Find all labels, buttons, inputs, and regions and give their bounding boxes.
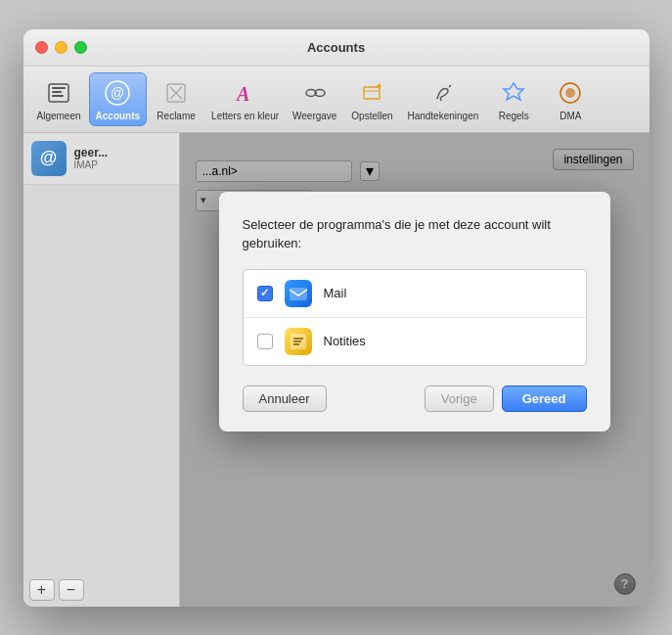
toolbar-label-handtekeningen: Handtekeningen	[407, 111, 478, 121]
toolbar-label-letters: Letters en kleur	[211, 111, 279, 121]
notes-app-name: Notities	[324, 334, 366, 348]
close-button[interactable]	[35, 41, 48, 54]
sidebar-footer: + −	[23, 573, 179, 607]
svg-point-17	[565, 88, 575, 98]
svg-rect-3	[52, 95, 64, 97]
toolbar-label-weergave: Weergave	[292, 111, 336, 121]
algemeen-icon	[43, 77, 74, 109]
modal-dialog: Selecteer de programma's die je met deze…	[219, 192, 610, 431]
main-content: @ geer... IMAP + − instellingen ▾	[23, 133, 650, 607]
checkbox-notities[interactable]	[257, 334, 273, 349]
main-window: Accounts Algemeen @ Accounts Reclame A	[23, 29, 650, 607]
account-info: geer... IMAP	[74, 146, 171, 170]
toolbar-item-letters[interactable]: A Letters en kleur	[205, 73, 285, 125]
maximize-button[interactable]	[74, 41, 87, 54]
minimize-button[interactable]	[55, 41, 67, 54]
toolbar-label-regels: Regels	[499, 111, 529, 121]
svg-rect-1	[52, 87, 66, 89]
toolbar-item-weergave[interactable]: Weergave	[287, 73, 342, 125]
toolbar-label-algemeen: Algemeen	[37, 111, 81, 121]
svg-marker-15	[504, 83, 523, 100]
modal-overlay: Selecteer de programma's die je met deze…	[180, 133, 650, 607]
regels-icon	[498, 77, 529, 109]
toolbar-item-accounts[interactable]: @ Accounts	[89, 72, 148, 126]
handtekeningen-icon	[427, 77, 459, 109]
svg-rect-2	[52, 91, 62, 93]
toolbar-item-reclame[interactable]: Reclame	[149, 73, 203, 125]
window-title: Accounts	[307, 40, 365, 55]
notes-app-icon	[285, 328, 312, 355]
svg-text:@: @	[111, 85, 124, 101]
svg-rect-13	[364, 87, 380, 99]
svg-text:A: A	[235, 83, 249, 105]
letters-icon: A	[230, 77, 261, 109]
account-avatar: @	[31, 141, 67, 176]
account-name: geer...	[74, 146, 171, 159]
right-panel: instellingen ▾ ▾ Selecteer de programma'…	[180, 133, 650, 607]
modal-app-list: Mail Notities	[243, 269, 587, 366]
add-account-button[interactable]: +	[29, 579, 55, 601]
toolbar-label-dma: DMA	[560, 111, 581, 121]
list-item-mail: Mail	[244, 270, 586, 318]
gereed-button[interactable]: Gereed	[502, 386, 587, 412]
sidebar-account-item[interactable]: @ geer... IMAP	[23, 133, 179, 185]
toolbar-label-reclame: Reclame	[157, 111, 195, 121]
toolbar-label-accounts: Accounts	[96, 111, 141, 121]
modal-title: Selecteer de programma's die je met deze…	[243, 215, 587, 253]
toolbar-item-opstellen[interactable]: Opstellen	[344, 73, 399, 125]
traffic-lights	[35, 41, 87, 54]
checkbox-mail[interactable]	[257, 286, 273, 301]
account-type: IMAP	[74, 159, 171, 170]
remove-account-button[interactable]: −	[59, 579, 84, 601]
vorige-button[interactable]: Vorige	[425, 386, 494, 412]
toolbar-item-regels[interactable]: Regels	[486, 73, 541, 125]
mail-app-name: Mail	[324, 286, 347, 300]
toolbar-item-algemeen[interactable]: Algemeen	[31, 73, 87, 125]
mail-app-icon	[285, 280, 312, 307]
toolbar: Algemeen @ Accounts Reclame A Letters en…	[23, 67, 650, 133]
annuleer-button[interactable]: Annuleer	[243, 386, 327, 412]
right-buttons: Vorige Gereed	[425, 386, 587, 412]
dma-icon	[555, 77, 586, 109]
sidebar: @ geer... IMAP + −	[23, 133, 180, 607]
opstellen-icon	[356, 77, 387, 109]
toolbar-item-handtekeningen[interactable]: Handtekeningen	[401, 73, 484, 125]
toolbar-label-opstellen: Opstellen	[351, 111, 392, 121]
modal-buttons: Annuleer Vorige Gereed	[243, 386, 587, 412]
svg-rect-18	[290, 288, 307, 300]
toolbar-item-dma[interactable]: DMA	[543, 73, 598, 125]
titlebar: Accounts	[23, 29, 650, 67]
weergave-icon	[299, 77, 331, 109]
reclame-icon	[160, 77, 192, 109]
list-item-notities: Notities	[244, 318, 586, 365]
accounts-icon: @	[102, 77, 133, 109]
